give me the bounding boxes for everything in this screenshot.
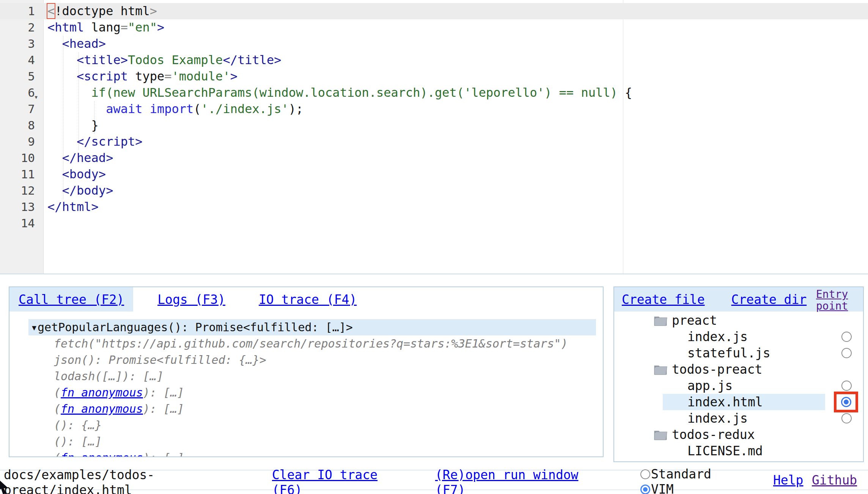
code-line[interactable]: 9 </script> <box>0 134 868 150</box>
dir-row[interactable]: todos-preact <box>614 361 863 378</box>
file-name: index.js <box>687 329 748 344</box>
line-number: 12 <box>0 182 44 199</box>
entry-point-radio[interactable] <box>841 413 852 423</box>
call-tree-row[interactable]: lodash([…]): […] <box>9 368 603 384</box>
dir-name: todos-redux <box>672 427 755 442</box>
code-editor[interactable]: 1<!doctype html>2<html lang="en">3 <head… <box>0 0 868 274</box>
code-line[interactable]: 12 </body> <box>0 182 868 199</box>
code-text: } <box>44 117 99 134</box>
call-tree-row[interactable]: fetch("https://api.github.com/search/rep… <box>9 335 603 352</box>
file-name: app.js <box>687 378 733 393</box>
code-text: <html lang="en"> <box>44 19 164 36</box>
code-line[interactable]: 1<!doctype html> <box>0 3 868 19</box>
code-token <box>47 167 62 181</box>
entry-point-radio[interactable] <box>841 381 852 391</box>
text-cursor: < <box>47 3 55 19</box>
tab-call-tree[interactable]: Call tree (F2) <box>9 287 133 312</box>
code-token: </html> <box>47 200 99 214</box>
code-line[interactable]: 3 <head> <box>0 36 868 52</box>
call-tree-row[interactable]: json(): Promise<fulfilled: {…}> <box>9 352 603 368</box>
dir-row[interactable]: preact <box>614 312 863 329</box>
code-token: > <box>157 20 164 35</box>
collapse-arrow-icon[interactable]: ▾ <box>31 321 38 334</box>
help-link[interactable]: Help <box>773 473 803 488</box>
keybinding-radio[interactable] <box>640 469 650 479</box>
entry-point-radio[interactable] <box>841 348 852 358</box>
keybinding-option: Standard <box>640 467 711 481</box>
call-label: ( <box>54 451 61 457</box>
folder-icon <box>654 315 667 326</box>
dir-row[interactable]: todos-redux <box>614 426 863 443</box>
create-dir-button[interactable]: Create dir <box>731 292 807 307</box>
tab-logs-label: Logs (F3) <box>157 292 225 307</box>
line-number: 13 <box>0 199 44 215</box>
entry-point-radio[interactable] <box>841 397 851 407</box>
call-tree-row[interactable]: (): […] <box>9 433 603 450</box>
line-number: 10 <box>0 150 44 166</box>
call-tree-row[interactable]: (fn anonymous): […] <box>9 401 603 417</box>
code-token: { <box>618 85 632 100</box>
code-token: } <box>47 118 99 132</box>
file-row[interactable]: index.js <box>614 410 863 426</box>
dir-name: preact <box>672 313 717 328</box>
folder-icon <box>654 364 667 375</box>
file-row[interactable]: index.html <box>614 394 863 410</box>
file-name: index.html <box>687 395 763 409</box>
code-token: </title> <box>223 53 281 67</box>
code-token: <script <box>77 69 128 83</box>
file-name: stateful.js <box>687 346 771 360</box>
file-row[interactable]: stateful.js <box>614 345 863 361</box>
code-line[interactable]: 10 </head> <box>0 150 868 166</box>
call-tree: ▾getPopularLanguages(): Promise<fulfille… <box>9 312 603 457</box>
file-row[interactable]: LICENSE.md <box>614 443 863 459</box>
folder-icon <box>654 429 667 441</box>
call-tree-row[interactable]: (): {…} <box>9 417 603 433</box>
file-row[interactable]: app.js <box>614 378 863 394</box>
call-label: lodash([…]): […] <box>54 370 164 383</box>
tab-io-trace[interactable]: IO trace (F4) <box>250 287 366 312</box>
code-line[interactable]: 4 <title>Todos Example</title> <box>0 52 868 68</box>
github-link[interactable]: Github <box>812 473 857 488</box>
call-tree-row[interactable]: (fn anonymous): […] <box>9 384 603 401</box>
code-token: await <box>106 102 142 116</box>
entry-point-header[interactable]: Entry point <box>816 288 859 312</box>
anonymous-fn-link[interactable]: fn anonymous <box>61 386 143 399</box>
anonymous-fn-link[interactable]: fn anonymous <box>61 451 143 457</box>
call-label: (): {…} <box>54 418 102 432</box>
line-number: 6▾ <box>0 85 44 101</box>
tab-call-tree-label: Call tree (F2) <box>19 292 124 307</box>
keybinding-radio[interactable] <box>640 485 650 494</box>
entry-point-radio[interactable] <box>841 332 852 342</box>
call-label: ( <box>54 402 61 415</box>
reopen-run-window-button[interactable]: (Re)open run window (F7) <box>435 467 583 494</box>
code-line[interactable]: 5 <script type='module'> <box>0 68 868 85</box>
call-label: ): […] <box>143 451 184 457</box>
call-tree-row[interactable]: ▾getPopularLanguages(): Promise<fulfille… <box>28 319 596 335</box>
code-line[interactable]: 14 <box>0 215 868 231</box>
create-file-button[interactable]: Create file <box>622 292 705 307</box>
code-line[interactable]: 8 } <box>0 117 868 134</box>
code-token: <html <box>47 20 84 35</box>
keybinding-label: VIM <box>651 482 674 494</box>
code-line[interactable]: 11 <body> <box>0 166 868 182</box>
code-line[interactable]: 2<html lang="en"> <box>0 19 868 36</box>
code-text: <script type='module'> <box>44 68 237 85</box>
call-tree-row[interactable]: (fn anonymous): […] <box>9 450 603 457</box>
call-label: json(): Promise<fulfilled: {…}> <box>54 353 266 367</box>
call-label: ): […] <box>143 402 184 415</box>
file-row[interactable]: index.js <box>614 329 863 345</box>
code-token: = <box>121 20 128 35</box>
entry-point-highlight-box <box>834 392 858 412</box>
clear-io-trace-button[interactable]: Clear IO trace (F6) <box>272 467 386 494</box>
code-token: Todos Example <box>128 53 223 67</box>
tab-io-trace-label: IO trace (F4) <box>259 292 357 307</box>
tab-logs[interactable]: Logs (F3) <box>148 287 234 312</box>
code-text: <!doctype html> <box>44 3 157 19</box>
keybinding-label: Standard <box>651 467 711 481</box>
code-line[interactable]: 7 await import('./index.js'); <box>0 101 868 117</box>
code-line[interactable]: 13</html> <box>0 199 868 215</box>
anonymous-fn-link[interactable]: fn anonymous <box>61 402 143 415</box>
code-line[interactable]: 6▾ if(new URLSearchParams(window.locatio… <box>0 85 868 101</box>
code-token: import <box>150 102 194 116</box>
file-browser-header: Create file Create dir Entry point <box>614 287 863 312</box>
